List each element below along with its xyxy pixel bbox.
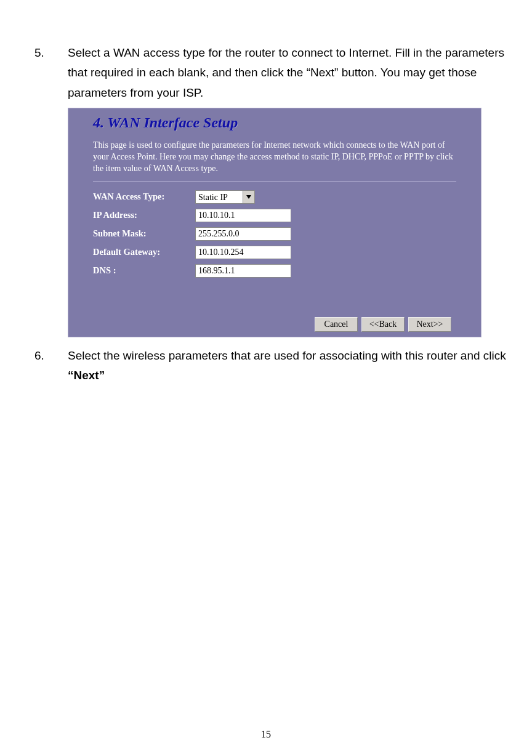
step-6-text: Select the wireless parameters that are …: [68, 346, 512, 386]
step-6: 6. Select the wireless parameters that a…: [20, 346, 512, 386]
label-ip: IP Address:: [93, 210, 195, 220]
input-ip[interactable]: [195, 209, 291, 222]
label-gateway: Default Gateway:: [93, 247, 195, 257]
page: 5. Select a WAN access type for the rout…: [0, 0, 532, 756]
row-dns: DNS :: [93, 264, 456, 278]
button-row: Cancel <<Back Next>>: [68, 295, 481, 337]
dropdown-icon[interactable]: [243, 191, 254, 203]
panel-title: 4. WAN Interface Setup: [93, 112, 456, 135]
row-ip: IP Address:: [93, 209, 456, 222]
panel-description: This page is used to configure the param…: [93, 135, 456, 180]
input-mask[interactable]: [195, 227, 291, 241]
label-mask: Subnet Mask:: [93, 228, 195, 239]
next-button[interactable]: Next>>: [408, 317, 451, 332]
label-access-type: WAN Access Type:: [93, 191, 195, 202]
step-6-number: 6.: [20, 346, 68, 386]
step-5: 5. Select a WAN access type for the rout…: [20, 43, 512, 103]
wan-setup-panel: 4. WAN Interface Setup This page is used…: [68, 108, 482, 337]
back-button[interactable]: <<Back: [361, 317, 405, 332]
page-number: 15: [0, 729, 532, 740]
step-5-number: 5.: [20, 43, 68, 103]
divider: [93, 181, 456, 182]
select-access-type-value: Static IP: [196, 191, 243, 203]
panel-wrap: 4. WAN Interface Setup This page is used…: [68, 108, 512, 337]
step-6-text-b: “Next”: [68, 369, 105, 382]
step-5-text: Select a WAN access type for the router …: [68, 43, 512, 103]
input-dns[interactable]: [195, 264, 291, 278]
row-gateway: Default Gateway:: [93, 246, 456, 259]
row-access-type: WAN Access Type: Static IP: [93, 190, 456, 204]
row-mask: Subnet Mask:: [93, 227, 456, 241]
step-6-text-a: Select the wireless parameters that are …: [68, 349, 506, 362]
label-dns: DNS :: [93, 265, 195, 276]
cancel-button[interactable]: Cancel: [315, 317, 358, 332]
select-access-type[interactable]: Static IP: [195, 190, 255, 204]
input-gateway[interactable]: [195, 246, 291, 259]
svg-marker-0: [246, 195, 251, 199]
